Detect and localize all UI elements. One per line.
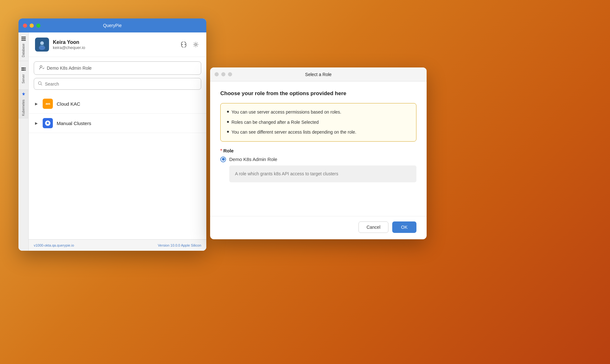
search-input[interactable] (45, 81, 197, 87)
refresh-button[interactable] (180, 40, 188, 49)
svg-point-7 (23, 94, 24, 95)
sidebar-item-kubernetes[interactable]: Kubernetes (18, 90, 28, 118)
dialog-minimize-button[interactable] (221, 72, 225, 76)
role-option-name: Demo K8s Admin Role (229, 157, 277, 162)
dialog-titlebar: Select a Role (210, 67, 427, 81)
dialog-heading: Choose your role from the options provid… (220, 90, 416, 97)
desktop: QueryPie Database (0, 0, 610, 364)
sidebar-database-label: Database (22, 44, 25, 57)
dialog-footer: Cancel OK (210, 216, 427, 239)
bullet-2 (227, 121, 229, 123)
radio-button[interactable] (220, 157, 226, 162)
role-field-label: * Role (220, 148, 416, 153)
cluster-item-cloud-kac[interactable]: ▶ aws Cloud KAC (29, 94, 206, 114)
info-item-3: You can see different server access list… (227, 129, 410, 136)
dialog-title: Select a Role (305, 72, 331, 77)
role-selector-icon (39, 65, 44, 71)
role-description-text: A role which grants k8s API access to ta… (235, 171, 338, 176)
info-text-2: Roles can be changed after a Role Select… (231, 119, 319, 126)
svg-point-14 (39, 82, 41, 85)
role-selector-label: Demo K8s Admin Role (47, 66, 92, 71)
chevron-icon: ▶ (35, 102, 38, 106)
svg-point-6 (25, 70, 25, 70)
svg-rect-0 (21, 37, 26, 38)
user-details: Keira Yoon keira@chequer.io (53, 39, 85, 50)
sidebar-item-server[interactable]: Server (18, 61, 28, 90)
sidebar-item-database[interactable]: Database (18, 32, 28, 61)
cancel-button[interactable]: Cancel (358, 221, 388, 233)
k8s-logo (43, 118, 53, 128)
settings-button[interactable] (192, 40, 200, 49)
sidebar: Database Server (18, 32, 29, 251)
app-title: QueryPie (103, 23, 122, 28)
search-icon (38, 81, 42, 87)
app-titlebar: QueryPie (18, 18, 206, 32)
svg-point-5 (25, 68, 25, 68)
server-url[interactable]: v1000-okta.qa.querypie.io (34, 243, 74, 247)
database-icon (21, 36, 26, 42)
dialog-maximize-button[interactable] (228, 72, 232, 76)
bullet-1 (227, 111, 229, 113)
svg-rect-1 (21, 38, 26, 39)
avatar (35, 38, 49, 52)
svg-point-13 (40, 66, 42, 67)
version-text: Version 10.0.0 Apple Silicon (158, 243, 201, 247)
maximize-button[interactable] (36, 24, 40, 28)
svg-rect-2 (21, 40, 26, 41)
info-text-1: You can use server access permissions ba… (231, 109, 341, 116)
app-window: QueryPie Database (18, 18, 206, 251)
user-email: keira@chequer.io (53, 45, 85, 50)
radio-selected-indicator (222, 158, 225, 161)
cluster-list: ▶ aws Cloud KAC ▶ Manual Clus (29, 94, 206, 239)
search-container (34, 78, 201, 90)
role-section: * Role Demo K8s Admin Role A role which … (220, 148, 416, 182)
chevron-icon-2: ▶ (35, 121, 38, 125)
ok-button[interactable]: OK (392, 221, 416, 233)
cluster-name-manual-clusters: Manual Clusters (57, 121, 91, 126)
info-text-3: You can see different server access list… (231, 129, 356, 136)
cluster-item-manual-clusters[interactable]: ▶ Manual Clusters (29, 114, 206, 133)
role-description-box: A role which grants k8s API access to ta… (229, 165, 416, 182)
app-body: Database Server (18, 32, 206, 251)
sidebar-server-label: Server (22, 74, 25, 83)
svg-point-12 (195, 44, 197, 46)
aws-logo: aws (43, 99, 53, 109)
user-name: Keira Yoon (53, 39, 85, 45)
user-info: Keira Yoon keira@chequer.io (35, 38, 85, 52)
close-button[interactable] (23, 24, 27, 28)
window-controls (23, 24, 40, 28)
dialog-window-controls (215, 72, 232, 76)
minimize-button[interactable] (30, 24, 34, 28)
role-selector-button[interactable]: Demo K8s Admin Role (34, 61, 201, 75)
header-actions (180, 40, 200, 49)
info-item-2: Roles can be changed after a Role Select… (227, 119, 410, 126)
server-icon (21, 67, 26, 73)
svg-point-11 (40, 41, 44, 45)
sidebar-kubernetes-label: Kubernetes (22, 100, 25, 116)
required-indicator: * (220, 148, 222, 153)
info-item-1: You can use server access permissions ba… (227, 109, 410, 116)
main-content: Keira Yoon keira@chequer.io (29, 32, 206, 251)
bullet-3 (227, 131, 229, 133)
info-box: You can use server access permissions ba… (220, 103, 416, 142)
svg-line-15 (41, 84, 42, 86)
dialog-window: Select a Role Choose your role from the … (210, 67, 427, 239)
cluster-name-cloud-kac: Cloud KAC (57, 101, 80, 107)
role-label-text: Role (223, 148, 234, 153)
role-option[interactable]: Demo K8s Admin Role (220, 157, 416, 162)
dialog-body: Choose your role from the options provid… (210, 81, 427, 216)
kubernetes-icon (21, 92, 26, 98)
user-header: Keira Yoon keira@chequer.io (29, 32, 206, 57)
app-footer: v1000-okta.qa.querypie.io Version 10.0.0… (29, 239, 206, 251)
dialog-close-button[interactable] (215, 72, 219, 76)
